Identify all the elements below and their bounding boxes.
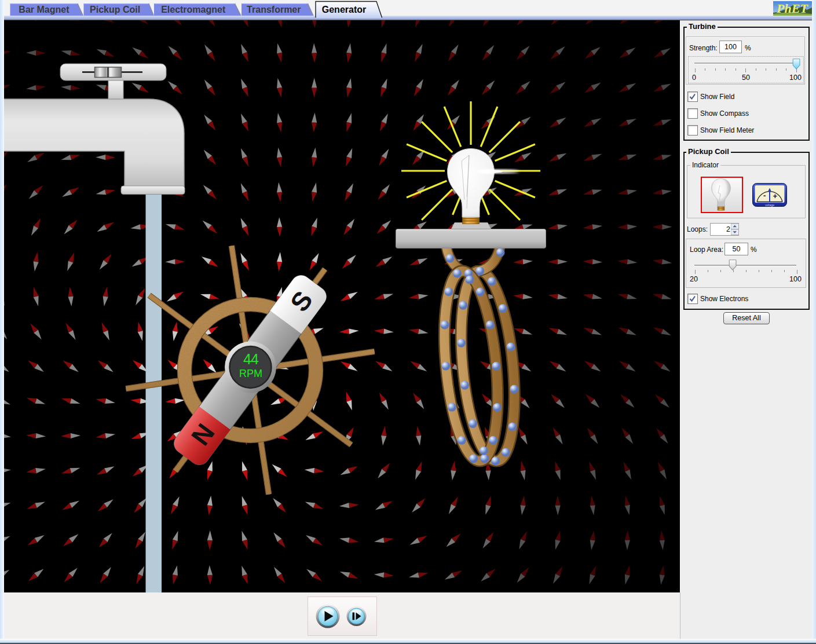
svg-text:+: + bbox=[773, 192, 778, 200]
svg-text:voltage: voltage bbox=[765, 203, 774, 207]
svg-text:RPM: RPM bbox=[239, 368, 262, 379]
svg-text:44: 44 bbox=[243, 351, 259, 367]
svg-text:Pickup Coil: Pickup Coil bbox=[90, 5, 140, 14]
svg-text:Electromagnet: Electromagnet bbox=[161, 5, 226, 14]
svg-text:Transformer: Transformer bbox=[247, 5, 301, 14]
svg-text:Generator: Generator bbox=[322, 5, 366, 14]
svg-text:-: - bbox=[763, 191, 766, 200]
svg-text:Bar Magnet: Bar Magnet bbox=[19, 5, 69, 14]
svg-text:PhET: PhET bbox=[776, 1, 808, 16]
